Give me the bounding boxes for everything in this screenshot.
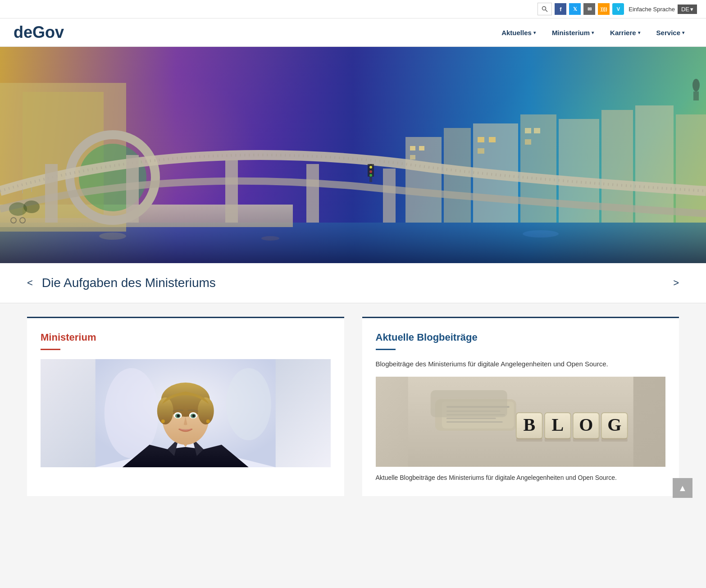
blog-card-title: Aktuelle Blogbeiträge — [376, 332, 666, 343]
blog-description: Blogbeiträge des Ministeriums für digita… — [376, 359, 666, 369]
blog-image: B L O G — [376, 377, 666, 467]
svg-line-1 — [546, 10, 548, 12]
svg-rect-18 — [525, 128, 531, 133]
svg-rect-30 — [383, 169, 396, 223]
svg-point-48 — [105, 368, 159, 458]
svg-point-0 — [542, 7, 546, 10]
rss-icon[interactable]: )))) — [598, 3, 610, 15]
ministerium-card: Ministerium — [27, 317, 344, 496]
blog-svg: B L O G — [376, 377, 666, 467]
svg-point-46 — [523, 230, 559, 237]
slider-arrow-right[interactable]: > — [673, 277, 679, 289]
blog-card: Aktuelle Blogbeiträge Blogbeiträge des M… — [362, 317, 679, 496]
nav-service[interactable]: Service ▾ — [648, 25, 692, 40]
svg-rect-13 — [419, 146, 424, 150]
svg-rect-27 — [126, 155, 139, 223]
svg-rect-70 — [446, 418, 496, 419]
svg-point-41 — [369, 166, 372, 169]
svg-rect-26 — [45, 164, 58, 223]
ministerium-image — [41, 359, 331, 467]
svg-point-60 — [192, 415, 195, 417]
svg-rect-63 — [181, 429, 190, 430]
language-selector[interactable]: DE ▾ — [678, 5, 697, 14]
svg-text:L: L — [551, 415, 564, 435]
scroll-to-top-button[interactable]: ▲ — [673, 478, 692, 498]
svg-rect-71 — [446, 421, 502, 423]
vimeo-icon[interactable]: V — [612, 3, 624, 15]
svg-rect-34 — [693, 91, 699, 100]
svg-rect-15 — [478, 137, 484, 142]
svg-point-49 — [226, 368, 271, 440]
aktuelles-caret: ▾ — [533, 30, 536, 35]
ministerium-card-title: Ministerium — [41, 332, 331, 343]
blog-bottom-text: Aktuelle Blogbeiträge des Ministeriums f… — [376, 473, 666, 483]
service-caret: ▾ — [682, 30, 684, 35]
nav-ministerium[interactable]: Ministerium ▾ — [544, 25, 602, 40]
svg-rect-14 — [410, 155, 415, 160]
social-icons: f 𝕏 ✉ )))) V Einfache Sprache DE ▾ — [537, 3, 697, 15]
ministerium-caret: ▾ — [592, 30, 594, 35]
nav-aktuelles[interactable]: Aktuelles ▾ — [493, 25, 544, 40]
svg-text:O: O — [579, 415, 593, 435]
svg-text:B: B — [523, 415, 535, 435]
svg-rect-82 — [544, 438, 570, 442]
svg-rect-72 — [430, 390, 507, 417]
svg-rect-10 — [635, 105, 674, 223]
twitter-icon[interactable]: 𝕏 — [569, 3, 581, 15]
svg-rect-83 — [573, 438, 599, 442]
hero-image — [0, 47, 706, 263]
hero-svg — [0, 47, 706, 263]
svg-point-62 — [206, 419, 210, 423]
svg-point-36 — [23, 201, 40, 213]
blog-title-underline — [376, 349, 396, 350]
facebook-icon[interactable]: f — [555, 3, 566, 15]
person-svg — [41, 359, 331, 467]
main-nav: Aktuelles ▾ Ministerium ▾ Karriere ▾ Ser… — [493, 25, 692, 40]
svg-point-44 — [99, 232, 126, 240]
search-button[interactable] — [537, 3, 552, 15]
svg-rect-17 — [478, 148, 484, 154]
ministerium-title-underline — [41, 349, 60, 350]
slider-title: Die Aufgaben des Ministeriums — [42, 276, 216, 290]
svg-rect-29 — [306, 164, 319, 223]
slider-arrow-left[interactable]: < — [27, 277, 33, 289]
einfache-sprache-label[interactable]: Einfache Sprache — [629, 6, 675, 13]
svg-rect-16 — [489, 137, 496, 142]
svg-rect-81 — [516, 438, 542, 442]
svg-rect-12 — [410, 146, 415, 150]
logo-de: de — [14, 23, 32, 41]
svg-point-33 — [692, 79, 700, 91]
top-bar: f 𝕏 ✉ )))) V Einfache Sprache DE ▾ — [0, 0, 706, 18]
svg-point-42 — [369, 170, 372, 173]
site-logo[interactable]: deGov — [14, 23, 64, 42]
logo-gov: Gov — [32, 23, 64, 41]
svg-rect-28 — [225, 160, 238, 223]
karriere-caret: ▾ — [638, 30, 640, 35]
email-icon[interactable]: ✉ — [583, 3, 595, 15]
nav-karriere[interactable]: Karriere ▾ — [602, 25, 648, 40]
svg-rect-20 — [525, 139, 531, 145]
svg-point-59 — [177, 415, 180, 417]
svg-point-43 — [369, 174, 372, 177]
slider-section: < Die Aufgaben des Ministeriums > — [0, 263, 706, 303]
svg-rect-19 — [534, 128, 540, 133]
content-area: Ministerium — [0, 303, 706, 510]
svg-rect-11 — [676, 114, 706, 223]
svg-text:G: G — [607, 415, 621, 435]
header: deGov Aktuelles ▾ Ministerium ▾ Karriere… — [0, 18, 706, 47]
svg-rect-84 — [601, 438, 627, 442]
svg-point-45 — [261, 236, 279, 241]
svg-point-61 — [161, 419, 165, 423]
